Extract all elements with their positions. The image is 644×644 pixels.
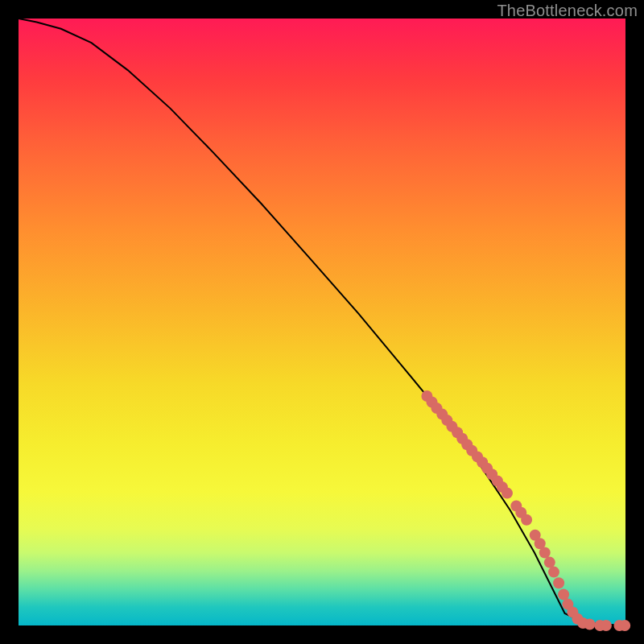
highlight-dot [548, 567, 559, 578]
highlight-dot [544, 557, 555, 568]
highlight-dot [502, 488, 513, 499]
highlight-dot [521, 514, 532, 526]
chart-stage: TheBottleneck.com [0, 0, 644, 644]
highlight-dot [539, 547, 551, 559]
highlight-dot [601, 620, 612, 631]
chart-svg [19, 19, 625, 625]
highlight-dot [619, 620, 630, 631]
watermark-text: TheBottleneck.com [497, 2, 638, 20]
highlight-dots-group [421, 390, 630, 631]
highlight-dot [584, 619, 596, 630]
highlight-dot [553, 577, 564, 588]
highlight-dot [558, 589, 569, 601]
plot-area [19, 19, 625, 625]
